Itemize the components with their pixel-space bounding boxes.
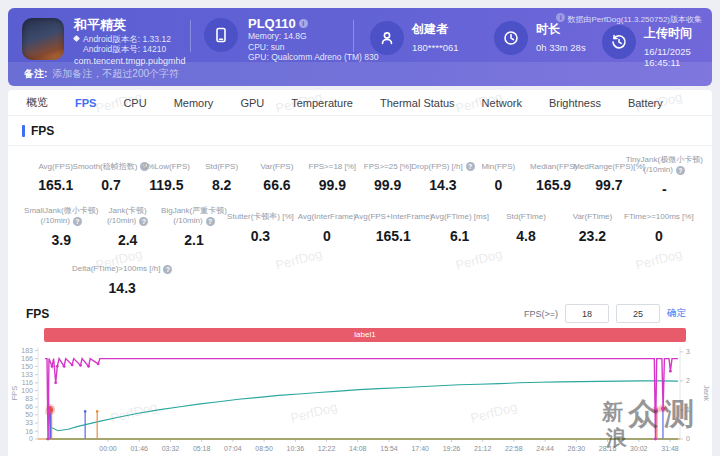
- tab-概览[interactable]: 概览: [26, 95, 48, 110]
- info-icon[interactable]: ?: [206, 217, 215, 226]
- metric: Min(FPS)0: [471, 155, 526, 197]
- svg-text:12:22: 12:22: [318, 445, 336, 452]
- phone-icon: [204, 18, 238, 52]
- metric: FPS>=18 [%]99.9: [305, 155, 360, 197]
- metric-value: 2.4: [118, 232, 137, 248]
- metric-value: 99.7: [595, 177, 622, 193]
- svg-text:166: 166: [21, 355, 33, 362]
- svg-text:14:08: 14:08: [349, 445, 367, 452]
- tab-Network[interactable]: Network: [482, 97, 522, 109]
- svg-text:2: 2: [686, 377, 690, 384]
- tab-bar: 概览FPSCPUMemoryGPUTemperatureThermal Stat…: [8, 90, 712, 116]
- metric-value: 99.9: [319, 177, 346, 193]
- tab-Thermal Status[interactable]: Thermal Status: [380, 97, 455, 109]
- metrics-row-1: Avg(FPS)165.1Smooth(稳帧指数)?0.71%Low(FPS)1…: [8, 155, 712, 197]
- metric: Avg(FPS+InterFrame)165.1: [360, 206, 426, 248]
- svg-text:183: 183: [21, 346, 33, 353]
- confirm-button[interactable]: 确定: [667, 307, 686, 320]
- fps-threshold-input-2[interactable]: [616, 304, 660, 323]
- metric-value: 6.1: [450, 228, 469, 244]
- metric: SmallJank(微小卡顿)(/10min)?3.9: [28, 206, 94, 248]
- metric: Var(FTime)23.2: [559, 206, 625, 248]
- app-name: 和平精英: [74, 16, 186, 34]
- svg-text:31:48: 31:48: [661, 445, 679, 452]
- device-gpu: GPU: Qualcomm Adreno (TM) 830: [248, 52, 378, 63]
- header-divider: [190, 20, 191, 52]
- device-info-icon[interactable]: i: [299, 19, 308, 28]
- info-icon[interactable]: ?: [676, 166, 685, 175]
- chart-title: FPS: [26, 307, 49, 321]
- fps-threshold-input-1[interactable]: [565, 304, 609, 323]
- sparkle-icon: [73, 35, 80, 42]
- metrics-row-2: SmallJank(微小卡顿)(/10min)?3.9Jank(卡顿)(/10m…: [8, 206, 712, 248]
- metric-value: 23.2: [579, 228, 606, 244]
- metric-value: 0.7: [101, 177, 120, 193]
- info-icon[interactable]: ?: [139, 217, 148, 226]
- metric: 1%Low(FPS)119.5: [139, 155, 194, 197]
- tab-GPU[interactable]: GPU: [240, 97, 264, 109]
- svg-text:0: 0: [686, 435, 690, 442]
- metrics-row-3: Delta(FTime)>100ms [/h]?14.3: [8, 258, 712, 296]
- metric-value: 0: [494, 177, 502, 193]
- metric-value: 66.6: [263, 177, 290, 193]
- report-content: 概览FPSCPUMemoryGPUTemperatureThermal Stat…: [8, 90, 712, 456]
- metric-value: 3.9: [51, 232, 70, 248]
- chart-header: FPS FPS(>=) 确定: [26, 304, 686, 324]
- tab-FPS[interactable]: FPS: [75, 97, 96, 109]
- metric: Smooth(稳帧指数)?0.7: [83, 155, 138, 197]
- tab-Brightness[interactable]: Brightness: [549, 97, 601, 109]
- creator-label: 创建者: [412, 21, 459, 38]
- svg-text:19:26: 19:26: [443, 445, 461, 452]
- metric-value: 119.5: [149, 177, 183, 193]
- tab-Battery[interactable]: Battery: [628, 97, 663, 109]
- section-accent-bar: [22, 125, 25, 137]
- metric: Std(FPS)8.2: [194, 155, 249, 197]
- svg-text:150: 150: [21, 362, 33, 369]
- metric: Std(FTime)4.8: [493, 206, 559, 248]
- header-main: 和平精英 Android版本名: 1.33.12 Android版本号: 142…: [8, 8, 712, 62]
- fps-threshold-label: FPS(>=): [524, 309, 558, 319]
- svg-text:15:54: 15:54: [380, 445, 398, 452]
- info-icon[interactable]: ?: [163, 265, 172, 274]
- metric-value: 0: [655, 228, 663, 244]
- note-bar[interactable]: 备注: 添加备注，不超过200个字符: [8, 62, 712, 86]
- metric-value: 165.1: [376, 228, 411, 244]
- svg-text:3: 3: [686, 348, 690, 355]
- svg-text:01:46: 01:46: [130, 445, 148, 452]
- collect-note: i 数据由PerfDog(11.3.250752)版本收集: [553, 13, 702, 25]
- tab-Memory[interactable]: Memory: [174, 97, 214, 109]
- device-cpu: CPU: sun: [248, 42, 378, 53]
- duration-block: 时长 0h 33m 28s: [536, 21, 586, 53]
- svg-text:100: 100: [21, 387, 33, 394]
- svg-text:116: 116: [22, 379, 33, 386]
- user-icon: [370, 21, 404, 55]
- metric-value: 0.3: [251, 228, 270, 244]
- info-circle-icon: i: [556, 13, 565, 22]
- creator-value: 180****061: [412, 42, 459, 53]
- device-name: PLQ110i: [248, 16, 378, 31]
- svg-text:07:04: 07:04: [224, 445, 242, 452]
- metric: Var(FPS)66.6: [249, 155, 304, 197]
- fps-section-header: FPS: [22, 124, 712, 138]
- chart-label-banner: label1: [44, 328, 686, 342]
- info-icon[interactable]: ?: [73, 217, 82, 226]
- svg-text:0: 0: [29, 435, 33, 442]
- metric-value: 2.1: [184, 232, 203, 248]
- tab-CPU[interactable]: CPU: [123, 97, 146, 109]
- metric-value: 165.9: [536, 177, 571, 193]
- series-SmallJank: [48, 406, 665, 438]
- svg-text:17:40: 17:40: [411, 445, 429, 452]
- app-version-name: Android版本名: 1.33.12: [74, 34, 186, 44]
- section-divider: [8, 145, 712, 146]
- header-divider: [353, 20, 354, 52]
- svg-text:05:18: 05:18: [193, 445, 211, 452]
- device-info-block: PLQ110i Memory: 14.8G CPU: sun GPU: Qual…: [248, 16, 378, 63]
- duration-value: 0h 33m 28s: [536, 42, 586, 53]
- svg-text:08:50: 08:50: [255, 445, 273, 452]
- svg-text:83: 83: [25, 395, 33, 402]
- metric: TinyJank(极微小卡顿)(/10min)?-: [637, 155, 692, 197]
- svg-text:26:30: 26:30: [568, 445, 586, 452]
- tab-Temperature[interactable]: Temperature: [291, 97, 353, 109]
- svg-text:FPS: FPS: [10, 385, 19, 400]
- metric: Jank(卡顿)(/10min)?2.4: [94, 206, 160, 248]
